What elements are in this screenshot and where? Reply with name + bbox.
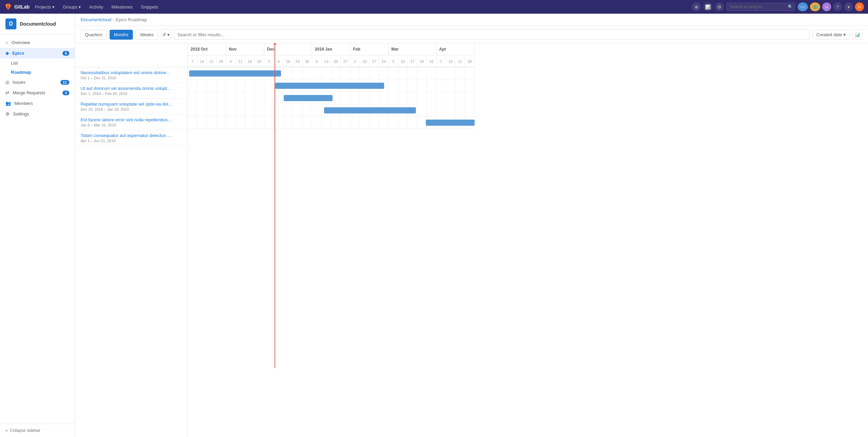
nav-dropdown-icon[interactable]: ▾ xyxy=(844,2,853,11)
day-label: 28 xyxy=(216,55,226,67)
epic-title: Repellat numquam voluptate vel optio ea … xyxy=(81,101,182,107)
day-label: 10 xyxy=(398,55,408,67)
grid-header: 2018 OctNovDec2019 JanFebMarApr714212841… xyxy=(188,43,475,67)
column-line xyxy=(446,104,456,116)
column-line xyxy=(360,67,369,79)
day-label: 21 xyxy=(456,55,465,67)
merge-requests-badge: 3 xyxy=(62,91,69,95)
refresh-button[interactable]: ↺ ▾ xyxy=(161,29,171,40)
nav-projects[interactable]: Projects ▾ xyxy=(32,3,57,11)
column-line xyxy=(264,117,274,128)
column-line xyxy=(245,80,255,92)
epic-labels-panel: Necessitatibus voluptatem est omnis dolo… xyxy=(75,43,188,437)
sidebar-sub-items: List Roadmap xyxy=(0,58,75,77)
column-line xyxy=(341,92,350,104)
column-line xyxy=(427,67,436,79)
sidebar-item-settings[interactable]: ⚙ Settings xyxy=(0,109,75,119)
day-label: 13 xyxy=(322,55,331,67)
sidebar-item-epics[interactable]: ◈ Epics 5 xyxy=(0,48,75,58)
grid-row xyxy=(188,92,475,104)
breadcrumb-parent[interactable]: Documentcloud xyxy=(81,17,111,22)
column-line xyxy=(427,104,436,116)
epic-label-item[interactable]: Repellat numquam voluptate vel optio ea … xyxy=(75,99,187,114)
epic-bar[interactable] xyxy=(275,83,384,89)
sidebar-item-list[interactable]: List xyxy=(11,58,75,68)
tab-quarters[interactable]: Quarters xyxy=(81,30,107,40)
search-icon: 🔍 xyxy=(788,4,793,9)
epic-label-item[interactable]: Necessitatibus voluptatem est omnis dolo… xyxy=(75,67,187,83)
epic-label-item[interactable]: Totam consequatur aut aspernatur delectu… xyxy=(75,130,187,146)
grid-row xyxy=(188,67,475,80)
day-label: 24 xyxy=(379,55,389,67)
gitlab-logo[interactable]: GitLab xyxy=(4,3,29,11)
nav-user-avatar[interactable]: U xyxy=(822,2,831,11)
column-line xyxy=(245,104,255,116)
column-line xyxy=(417,92,427,104)
nav-groups[interactable]: Groups ▾ xyxy=(60,3,84,11)
members-icon: 👥 xyxy=(5,101,11,106)
column-line xyxy=(341,67,350,79)
nav-extension-icon[interactable]: ext xyxy=(798,2,808,11)
month-label-mar: Mar xyxy=(389,43,436,55)
day-label: 14 xyxy=(197,55,207,67)
column-line xyxy=(236,92,245,104)
created-date-sort-button[interactable]: Created date ▾ xyxy=(813,30,850,40)
issues-icon: ◎ xyxy=(5,80,9,85)
month-label-2019-jan: 2019 Jan xyxy=(312,43,350,55)
sidebar-item-merge-requests[interactable]: ⇄ Merge Requests 3 xyxy=(0,87,75,98)
nav-activity[interactable]: Activity xyxy=(86,3,106,11)
day-label: 30 xyxy=(303,55,312,67)
chevron-down-icon: ▾ xyxy=(843,32,846,37)
epic-label-item[interactable]: Ut aut dolorum vel assumenda omnis volup… xyxy=(75,83,187,99)
tab-weeks[interactable]: Weeks xyxy=(136,30,158,40)
tab-months[interactable]: Months xyxy=(110,30,133,40)
column-line xyxy=(465,67,475,79)
filter-input[interactable] xyxy=(174,29,810,40)
column-line xyxy=(322,117,331,128)
sidebar-item-overview[interactable]: ○ Overview xyxy=(0,37,75,48)
column-line xyxy=(274,117,283,128)
column-line xyxy=(341,117,350,128)
nav-settings-icon[interactable]: ⚙ xyxy=(715,2,724,11)
epic-title: Necessitatibus voluptatem est omnis dolo… xyxy=(81,70,182,75)
column-line xyxy=(398,92,408,104)
nav-chart-icon[interactable]: 📊 xyxy=(703,2,712,11)
global-search-input[interactable] xyxy=(727,3,795,11)
nav-lang-icon[interactable]: 🌐 xyxy=(810,2,820,11)
sidebar-item-members[interactable]: 👥 Members xyxy=(0,98,75,109)
project-header[interactable]: D Documentcloud xyxy=(0,14,75,35)
nav-plus-icon[interactable]: ⊕ xyxy=(692,2,701,11)
chart-view-button[interactable]: 📊 xyxy=(852,29,863,40)
roadmap-chart: Necessitatibus voluptatem est omnis dolo… xyxy=(75,43,868,437)
column-line xyxy=(417,117,427,128)
epic-bar[interactable] xyxy=(426,120,475,126)
nav-milestones[interactable]: Milestones xyxy=(109,3,135,11)
collapse-sidebar-button[interactable]: « Collapse sidebar xyxy=(0,424,75,437)
day-label: 25 xyxy=(255,55,264,67)
epic-title: Ut aut dolorum vel assumenda omnis volup… xyxy=(81,86,182,91)
nav-help-icon[interactable]: ? xyxy=(833,2,842,11)
epic-dates: Dec 1, 2018 – Feb 28, 2019 xyxy=(81,92,182,96)
nav-profile-icon[interactable]: G xyxy=(855,2,864,11)
epic-bar[interactable] xyxy=(284,95,333,101)
epic-bar[interactable] xyxy=(189,70,281,77)
column-line xyxy=(350,67,360,79)
column-line xyxy=(379,92,389,104)
column-line xyxy=(369,67,379,79)
column-line xyxy=(446,67,456,79)
nav-snippets[interactable]: Snippets xyxy=(138,3,161,11)
sidebar-item-roadmap[interactable]: Roadmap xyxy=(11,68,75,77)
column-line xyxy=(188,80,197,92)
epic-bar[interactable] xyxy=(324,107,416,113)
column-line xyxy=(350,92,360,104)
column-line xyxy=(255,117,264,128)
column-line xyxy=(264,80,274,92)
main-content: Documentcloud › Epics Roadmap Quarters M… xyxy=(75,14,868,437)
column-line xyxy=(255,80,264,92)
epic-label-item[interactable]: Est facere labore error sint nulla repel… xyxy=(75,114,187,130)
day-label: 17 xyxy=(369,55,379,67)
column-line xyxy=(303,117,312,128)
day-label: 31 xyxy=(427,55,436,67)
sidebar-item-issues[interactable]: ◎ Issues 11 xyxy=(0,77,75,87)
column-line xyxy=(379,117,389,128)
